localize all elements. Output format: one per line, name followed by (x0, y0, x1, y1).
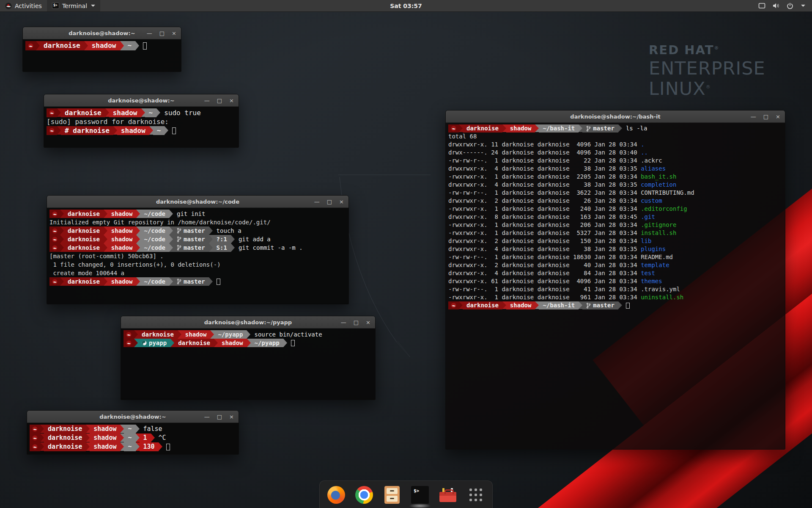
prompt-segment-user: darknoise (40, 41, 84, 50)
window-titlebar[interactable]: darknoise@shadow:~ — □ × (27, 411, 239, 423)
file-name: test (641, 270, 655, 276)
prompt-separator (120, 425, 124, 433)
window-title: darknoise@shadow:~/pyapp (204, 319, 292, 326)
prompt-separator (535, 124, 539, 132)
dock-item-chrome[interactable] (355, 486, 373, 504)
minimize-button[interactable]: — (341, 320, 346, 325)
terminal-content[interactable]: darknoiseshadow~falsedarknoiseshadow~1^C… (27, 423, 239, 454)
prompt-segment-path: ~/code (140, 210, 169, 218)
prompt-segment-git: master (582, 301, 618, 309)
window-titlebar[interactable]: darknoise@shadow:~ — □ × (44, 94, 239, 107)
firefox-icon (327, 486, 345, 504)
terminal-prompt-line: darknoiseshadow~/codemaster?:1git add a (49, 235, 346, 243)
file-list-row: drwxrwxr-x. 61 darknoise darknoise 4096 … (448, 277, 782, 285)
terminal-content[interactable]: darknoiseshadow~/bash-itmasterls -latota… (446, 123, 785, 449)
prompt-distro-icon (49, 210, 60, 218)
dock-item-toolbox[interactable] (439, 486, 457, 504)
dock-item-firefox[interactable] (327, 486, 345, 504)
prompt-separator (141, 108, 145, 117)
terminal-content[interactable]: darknoiseshadow~ (23, 39, 181, 72)
prompt-separator (231, 235, 235, 243)
file-list-row: -rw-rw-r--. 1 darknoise darknoise 3622 J… (448, 189, 782, 197)
activities-button[interactable]: Activities (0, 0, 47, 11)
file-name: lib (641, 237, 651, 244)
maximize-button[interactable]: □ (354, 320, 359, 325)
maximize-button[interactable]: □ (327, 199, 332, 204)
app-menu-terminal[interactable]: $> Terminal (47, 0, 100, 11)
close-button[interactable]: × (229, 414, 234, 420)
prompt-separator (135, 41, 139, 50)
prompt-segment-path: ~/code (140, 277, 169, 286)
dock-item-show-applications[interactable] (467, 486, 485, 504)
prompt-segment-exit-code: 1 (140, 433, 151, 442)
window-title: darknoise@shadow:~/code (156, 199, 239, 205)
file-metadata: -rwxrwxr-x. 1 darknoise darknoise 2205 J… (448, 173, 641, 180)
maximize-button[interactable]: □ (217, 414, 222, 420)
system-status-area[interactable] (755, 0, 809, 11)
prompt-separator (214, 339, 218, 347)
minimize-button[interactable]: — (147, 30, 152, 36)
close-button[interactable]: × (339, 199, 344, 204)
prompt-separator (136, 243, 140, 252)
terminal-content[interactable]: darknoiseshadow~sudo true[sudo] password… (44, 107, 239, 147)
maximize-button[interactable]: □ (159, 30, 165, 36)
prompt-separator (134, 339, 138, 347)
file-name: bash_it.sh (641, 173, 676, 180)
file-name: CONTRIBUTING.md (641, 189, 694, 196)
window-titlebar[interactable]: darknoise@shadow:~/bash-it — □ × (446, 110, 785, 123)
prompt-separator (104, 226, 107, 235)
prompt-segment-user: darknoise (44, 442, 86, 451)
window-titlebar[interactable]: darknoise@shadow:~/code — □ × (47, 196, 348, 208)
terminal-window-sudo: darknoise@shadow:~ — □ × darknoiseshadow… (44, 94, 239, 148)
prompt-separator (36, 41, 40, 50)
prompt-separator (60, 235, 64, 243)
minimize-button[interactable]: — (204, 98, 210, 103)
dock-item-terminal[interactable]: $> (411, 486, 429, 504)
terminal-content[interactable]: darknoiseshadow~/codegit initInitialized… (47, 208, 348, 304)
terminal-content[interactable]: darknoiseshadow~/pyappsource bin/activat… (121, 329, 375, 400)
file-metadata: drwxrwxr-x. 11 darknoise darknoise 4096 … (448, 141, 641, 148)
prompt-separator (169, 226, 173, 235)
file-list-row: drwxrwxr-x. 11 darknoise darknoise 4096 … (448, 141, 782, 149)
minimize-button[interactable]: — (314, 199, 320, 204)
file-metadata: drwx------. 24 darknoise darknoise 4096 … (448, 149, 641, 156)
minimize-button[interactable]: — (204, 414, 210, 420)
close-button[interactable]: × (229, 98, 234, 103)
close-button[interactable]: × (366, 320, 370, 325)
file-metadata: drwxrwxr-x. 2 darknoise darknoise 26 Jan… (448, 197, 641, 204)
maximize-button[interactable]: □ (763, 114, 768, 119)
file-name: .gitignore (641, 221, 676, 228)
file-name: custom (641, 197, 662, 204)
clock[interactable]: Sat 03:57 (390, 3, 422, 9)
window-titlebar[interactable]: darknoise@shadow:~ — □ × (23, 27, 181, 39)
prompt-distro-icon (123, 339, 134, 347)
command-text: git commit -a -m . (239, 243, 303, 252)
dock-item-files[interactable] (383, 486, 401, 504)
prompt-segment-host: shadow (88, 41, 120, 50)
prompt-separator (104, 235, 107, 243)
prompt-separator (136, 226, 140, 235)
file-list-row: drwxrwxr-x. 4 darknoise darknoise 38 Jan… (448, 245, 782, 253)
window-titlebar[interactable]: darknoise@shadow:~/pyapp — □ × (121, 316, 375, 329)
prompt-separator (104, 210, 107, 218)
prompt-separator (502, 301, 506, 309)
file-metadata: drwxrwxr-x. 4 darknoise darknoise 38 Jan… (448, 246, 641, 252)
close-button[interactable]: × (172, 30, 176, 36)
prompt-separator (579, 301, 582, 309)
close-button[interactable]: × (776, 114, 780, 119)
prompt-separator (136, 433, 140, 442)
prompt-separator (247, 339, 251, 347)
file-list-row: -rw-rw-r--. 1 darknoise darknoise 22 Jan… (448, 157, 782, 165)
prompt-segment-host: shadow (218, 339, 247, 347)
prompt-distro-icon (49, 226, 60, 235)
prompt-separator (136, 210, 140, 218)
terminal-prompt-line: darknoiseshadow~/codemasterS:1git commit… (49, 243, 346, 252)
file-name: themes (641, 278, 662, 284)
prompt-separator (105, 108, 109, 117)
prompt-segment-host: shadow (181, 330, 211, 339)
volume-icon (772, 3, 780, 9)
maximize-button[interactable]: □ (217, 98, 222, 103)
command-text: ^C (159, 433, 166, 442)
minimize-button[interactable]: — (751, 114, 756, 119)
file-list-row: drwxrwxr-x. 4 darknoise darknoise 38 Jan… (448, 181, 782, 189)
